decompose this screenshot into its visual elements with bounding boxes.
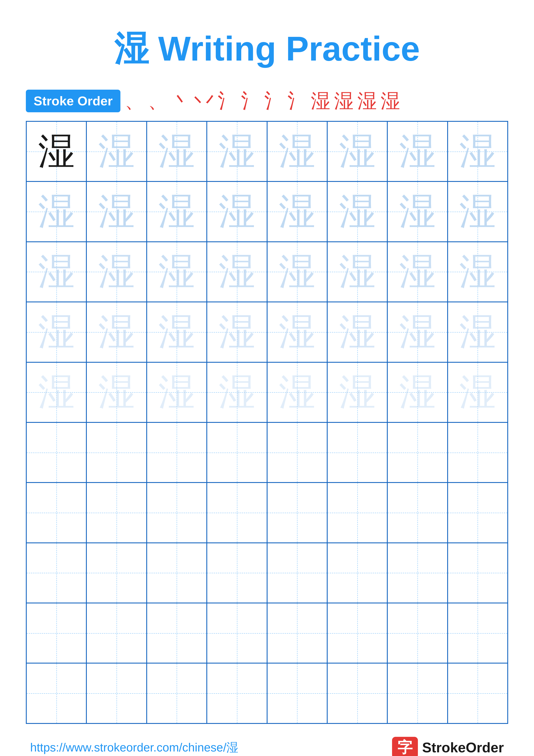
stroke-order-badge: Stroke Order [26,90,120,112]
practice-char: 湿 [158,254,195,290]
page-title: 湿 Writing Practice [114,26,420,72]
grid-cell-empty[interactable] [147,543,207,603]
footer-url[interactable]: https://www.strokeorder.com/chinese/湿 [30,740,238,756]
grid-cell-empty[interactable] [207,543,267,603]
grid-cell-empty[interactable] [207,663,267,723]
practice-char: 湿 [399,133,436,170]
grid-cell: 湿 [207,121,267,181]
grid-cell-empty[interactable] [267,663,327,723]
stroke-12: 湿 [381,92,400,111]
grid-cell-empty[interactable] [267,482,327,543]
grid-cell-empty[interactable] [207,603,267,663]
grid-cell: 湿 [387,362,447,422]
page: 湿 Writing Practice Stroke Order 、 、 丶 丷 … [0,0,534,756]
grid-cell-empty[interactable] [87,482,146,543]
grid-cell-empty[interactable] [26,663,87,723]
stroke-7: 氵 [264,92,284,111]
grid-cell-empty[interactable] [26,543,87,603]
practice-char: 湿 [459,133,496,170]
grid-cell-empty[interactable] [327,543,387,603]
grid-cell-empty[interactable] [87,663,146,723]
practice-char: 湿 [459,374,496,411]
grid-cell-empty[interactable] [447,543,508,603]
grid-cell-empty[interactable] [26,482,87,543]
grid-cell: 湿 [387,121,447,181]
practice-char: 湿 [158,374,195,411]
grid-cell-empty[interactable] [387,482,447,543]
grid-cell-empty[interactable] [147,422,207,482]
grid-cell-empty[interactable] [447,663,508,723]
grid-cell-empty[interactable] [387,603,447,663]
grid-cell: 湿 [387,242,447,302]
practice-char: 湿 [399,193,436,230]
grid-cell: 湿 [207,362,267,422]
practice-char: 湿 [279,374,315,411]
grid-cell: 湿 [87,121,146,181]
grid-cell-empty[interactable] [267,422,327,482]
stroke-11: 湿 [357,92,377,111]
practice-char: 湿 [38,254,75,290]
practice-char: 湿 [158,133,195,170]
footer: https://www.strokeorder.com/chinese/湿 字 … [26,737,508,756]
grid-cell-empty[interactable] [147,663,207,723]
grid-cell: 湿 [267,302,327,362]
grid-cell-empty[interactable] [147,482,207,543]
practice-char: 湿 [38,314,75,350]
stroke-sequence: 、 、 丶 丷 氵 氵 氵 氵 湿 湿 湿 湿 [125,92,508,111]
practice-char: 湿 [339,374,376,411]
grid-cell: 湿 [327,362,387,422]
grid-cell-empty[interactable] [267,543,327,603]
grid-cell-empty[interactable] [327,422,387,482]
grid-cell: 湿 [207,242,267,302]
grid-cell-empty[interactable] [327,482,387,543]
grid-cell-empty[interactable] [26,603,87,663]
practice-char: 湿 [219,314,255,350]
grid-cell-empty[interactable] [387,543,447,603]
practice-char: 湿 [219,193,255,230]
grid-cell: 湿 [447,242,508,302]
stroke-1: 、 [125,92,144,111]
grid-cell-empty[interactable] [207,482,267,543]
grid-cell-empty[interactable] [327,663,387,723]
grid-cell: 湿 [87,181,146,242]
grid-cell: 湿 [447,181,508,242]
grid-cell-empty[interactable] [387,422,447,482]
grid-cell: 湿 [147,362,207,422]
grid-cell: 湿 [26,121,87,181]
stroke-3: 丶 [171,92,191,111]
grid-cell: 湿 [327,121,387,181]
grid-cell-empty[interactable] [387,663,447,723]
stroke-6: 氵 [241,92,261,111]
grid-cell: 湿 [26,302,87,362]
grid-cell: 湿 [147,181,207,242]
practice-char: 湿 [339,314,376,350]
practice-char: 湿 [219,374,255,411]
grid-cell-empty[interactable] [267,603,327,663]
grid-cell: 湿 [327,181,387,242]
stroke-8: 氵 [288,92,307,111]
grid-cell: 湿 [207,181,267,242]
practice-char: 湿 [38,133,75,170]
grid-cell: 湿 [447,302,508,362]
practice-char: 湿 [158,314,195,350]
grid-cell-empty[interactable] [87,603,146,663]
grid-cell-empty[interactable] [87,543,146,603]
practice-grid: 湿 湿 湿 湿 湿 湿 湿 湿 湿 湿 湿 [26,121,508,724]
stroke-2: 、 [148,92,167,111]
grid-cell-empty[interactable] [447,482,508,543]
grid-cell-empty[interactable] [26,422,87,482]
grid-cell-empty[interactable] [147,603,207,663]
practice-char: 湿 [38,193,75,230]
grid-cell: 湿 [87,242,146,302]
stroke-5: 氵 [218,92,237,111]
grid-cell-empty[interactable] [447,422,508,482]
practice-char: 湿 [98,314,135,350]
grid-cell-empty[interactable] [327,603,387,663]
grid-cell: 湿 [87,302,146,362]
grid-cell-empty[interactable] [207,422,267,482]
grid-cell: 湿 [267,181,327,242]
grid-cell-empty[interactable] [87,422,146,482]
practice-char: 湿 [339,193,376,230]
practice-char: 湿 [219,254,255,290]
grid-cell-empty[interactable] [447,603,508,663]
